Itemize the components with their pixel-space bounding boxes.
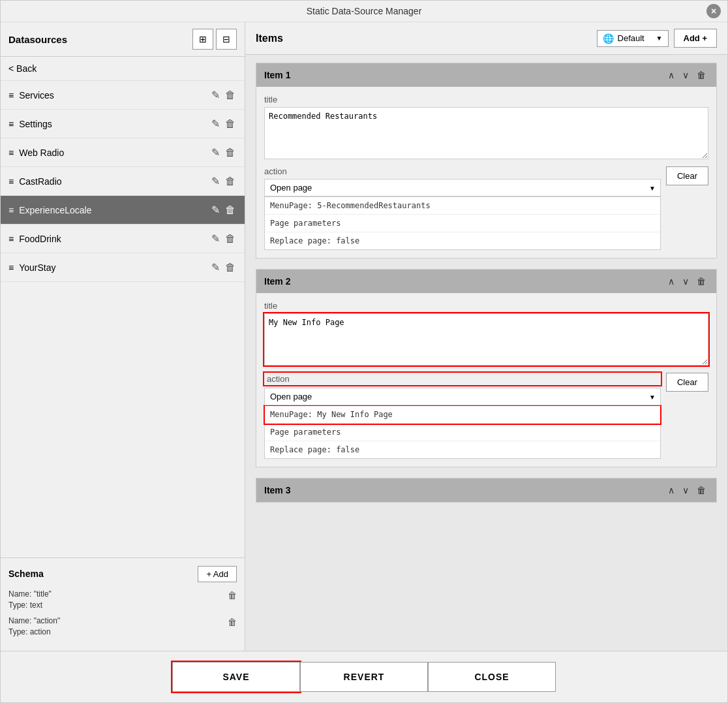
item-1-action-left: action Open page MenuPage: 5-Recommended…	[264, 166, 661, 250]
schema-field-action-type: Type: action	[8, 627, 228, 638]
language-selector[interactable]: 🌐 Default ▼	[597, 30, 669, 47]
fooddrink-actions: ✎ 🗑	[210, 231, 237, 246]
sidebar-item-experiencelocale[interactable]: ≡ ExperienceLocale ✎ 🗑	[1, 196, 245, 225]
window-close-button[interactable]: ×	[706, 4, 721, 18]
item-3-header: Item 3 ∧ ∨ 🗑	[256, 478, 716, 502]
settings-delete-button[interactable]: 🗑	[224, 116, 237, 131]
save-button[interactable]: SAVE	[172, 662, 300, 692]
schema-action-delete-button[interactable]: 🗑	[228, 617, 237, 627]
item-2-action-select[interactable]: Open page	[264, 388, 661, 405]
schema-add-button[interactable]: + Add	[198, 566, 237, 582]
settings-label: Settings	[19, 119, 210, 129]
item-1-down-button[interactable]: ∨	[680, 69, 691, 82]
services-icon: ≡	[8, 90, 14, 101]
item-2-action-detail-1: MenuPage: My New Info Page	[265, 406, 660, 424]
item-2-action-detail-2: Page parameters	[265, 424, 660, 441]
sidebar-item-castradio[interactable]: ≡ CastRadio ✎ 🗑	[1, 167, 245, 196]
language-chevron-icon: ▼	[656, 35, 663, 42]
title-bar: Static Data-Source Manager ×	[1, 1, 727, 22]
services-label: Services	[19, 90, 210, 101]
schema-field-title-text: Name: "title" Type: text	[8, 589, 228, 611]
sidebar-item-settings[interactable]: ≡ Settings ✎ 🗑	[1, 110, 245, 138]
yourstay-delete-button[interactable]: 🗑	[224, 260, 237, 275]
item-2-action-label: action	[264, 373, 661, 385]
schema-field-action: Name: "action" Type: action 🗑	[8, 616, 237, 638]
language-label: Default	[618, 33, 645, 43]
fooddrink-icon: ≡	[8, 234, 14, 244]
item-1-clear-button[interactable]: Clear	[666, 166, 708, 185]
sidebar-item-webradio[interactable]: ≡ Web Radio ✎ 🗑	[1, 138, 245, 167]
main-window: Static Data-Source Manager × Datasources…	[0, 0, 728, 703]
yourstay-edit-button[interactable]: ✎	[210, 260, 221, 275]
fooddrink-edit-button[interactable]: ✎	[210, 231, 221, 246]
item-1-action-select-wrapper: Open page	[264, 179, 661, 196]
settings-actions: ✎ 🗑	[210, 116, 237, 131]
item-2-title-label: title	[264, 301, 708, 311]
yourstay-label: YourStay	[19, 262, 210, 273]
item-3-up-button[interactable]: ∧	[665, 484, 677, 497]
item-2-down-button[interactable]: ∨	[680, 275, 691, 288]
castradio-delete-button[interactable]: 🗑	[224, 174, 237, 189]
schema-field-action-name: Name: "action"	[8, 616, 228, 627]
schema-field-title-name: Name: "title"	[8, 589, 228, 600]
sidebar-item-services[interactable]: ≡ Services ✎ 🗑	[1, 81, 245, 110]
right-panel: Items 🌐 Default ▼ Add + Item 1 ∧ ∨	[245, 22, 727, 651]
item-1-title-input[interactable]: Recommended Restaurants	[264, 107, 708, 159]
item-3-down-button[interactable]: ∨	[680, 484, 691, 497]
settings-icon: ≡	[8, 119, 14, 129]
item-2-action-details: MenuPage: My New Info Page Page paramete…	[264, 405, 661, 459]
castradio-edit-button[interactable]: ✎	[210, 174, 221, 189]
castradio-actions: ✎ 🗑	[210, 174, 237, 189]
item-2-up-button[interactable]: ∧	[665, 275, 677, 288]
item-1-body: title Recommended Restaurants action Ope…	[256, 87, 716, 258]
sidebar-item-fooddrink[interactable]: ≡ FoodDrink ✎ 🗑	[1, 225, 245, 253]
back-item[interactable]: < Back	[1, 57, 245, 81]
item-1-action-select[interactable]: Open page	[264, 179, 661, 196]
webradio-icon: ≡	[8, 148, 14, 158]
datasource-icon-btn-1[interactable]: ⊞	[192, 29, 213, 50]
datasource-icon-btn-2[interactable]: ⊟	[216, 29, 237, 50]
left-panel: Datasources ⊞ ⊟ < Back ≡ Services ✎ 🗑	[1, 22, 245, 651]
add-item-button[interactable]: Add +	[674, 29, 717, 48]
item-1-action-row: action Open page MenuPage: 5-Recommended…	[264, 166, 708, 250]
datasources-title: Datasources	[8, 34, 190, 45]
experiencelocale-edit-button[interactable]: ✎	[210, 202, 221, 217]
item-1-delete-button[interactable]: 🗑	[694, 69, 708, 82]
window-title: Static Data-Source Manager	[307, 6, 422, 16]
webradio-edit-button[interactable]: ✎	[210, 145, 221, 160]
item-1-action-detail-3: Replace page: false	[265, 232, 660, 249]
item-1-actions: ∧ ∨ 🗑	[665, 69, 708, 82]
item-2-action-left: action Open page MenuPage: My New Info P…	[264, 373, 661, 459]
yourstay-icon: ≡	[8, 262, 14, 273]
items-content: Item 1 ∧ ∨ 🗑 title Recommended Restauran…	[245, 55, 727, 651]
schema-title-delete-button[interactable]: 🗑	[228, 590, 237, 601]
experiencelocale-icon: ≡	[8, 205, 14, 215]
item-3-actions: ∧ ∨ 🗑	[665, 484, 708, 497]
item-2-header: Item 2 ∧ ∨ 🗑	[256, 270, 716, 293]
settings-edit-button[interactable]: ✎	[210, 116, 221, 131]
item-2-title-input[interactable]: My New Info Page	[264, 313, 708, 366]
experiencelocale-actions: ✎ 🗑	[210, 202, 237, 217]
schema-title: Schema	[8, 569, 198, 579]
item-2-title: Item 2	[264, 276, 665, 287]
schema-field-title-type: Type: text	[8, 600, 228, 611]
item-2-delete-button[interactable]: 🗑	[694, 275, 708, 288]
services-edit-button[interactable]: ✎	[210, 87, 221, 102]
close-button[interactable]: CLOSE	[428, 662, 556, 692]
yourstay-actions: ✎ 🗑	[210, 260, 237, 275]
revert-button[interactable]: REVERT	[300, 662, 428, 692]
sidebar-item-yourstay[interactable]: ≡ YourStay ✎ 🗑	[1, 253, 245, 282]
schema-panel: Schema + Add Name: "title" Type: text 🗑 …	[1, 557, 245, 651]
webradio-delete-button[interactable]: 🗑	[224, 145, 237, 160]
item-2-clear-button[interactable]: Clear	[666, 373, 708, 392]
experiencelocale-delete-button[interactable]: 🗑	[224, 202, 237, 217]
datasource-list: < Back ≡ Services ✎ 🗑 ≡ Settings ✎	[1, 57, 245, 557]
schema-field-action-text: Name: "action" Type: action	[8, 616, 228, 638]
fooddrink-delete-button[interactable]: 🗑	[224, 231, 237, 246]
services-delete-button[interactable]: 🗑	[224, 87, 237, 102]
item-3-delete-button[interactable]: 🗑	[694, 484, 708, 497]
experiencelocale-label: ExperienceLocale	[19, 205, 210, 215]
item-1-up-button[interactable]: ∧	[665, 69, 677, 82]
main-content: Datasources ⊞ ⊟ < Back ≡ Services ✎ 🗑	[1, 22, 727, 651]
language-flag: 🌐	[603, 33, 614, 44]
